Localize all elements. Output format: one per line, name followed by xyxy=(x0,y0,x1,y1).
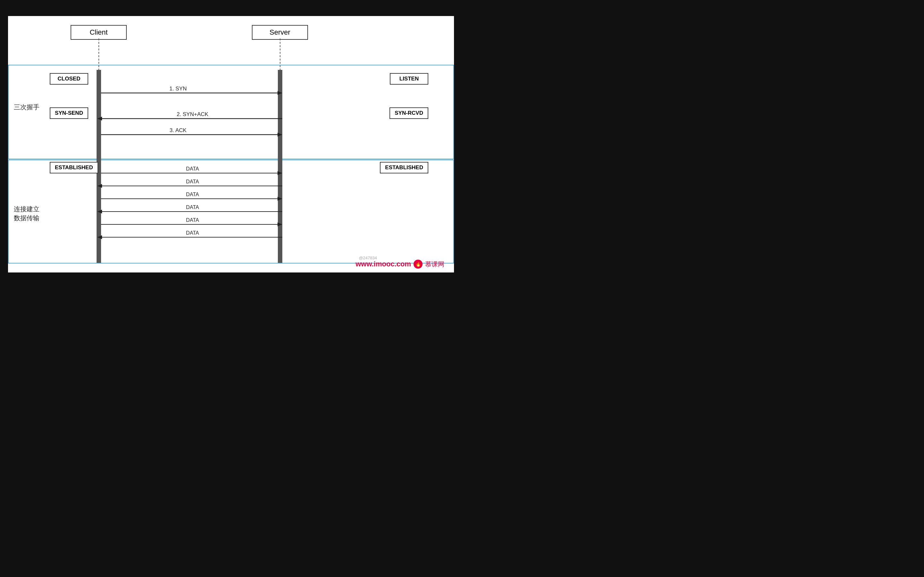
server-syn-rcvd-box: SYN-RCVD xyxy=(389,107,428,119)
client-box: Client xyxy=(71,25,127,40)
diagram-area: Client Server 三次握手 连接建立数据传输 CLOSED SYN-S… xyxy=(8,16,454,272)
data4-label: DATA xyxy=(186,205,199,210)
server-box: Server xyxy=(252,25,308,40)
client-syn-send-box: SYN-SEND xyxy=(50,107,88,119)
data-section-border xyxy=(8,160,454,263)
client-closed-box: CLOSED xyxy=(50,73,88,85)
bottom-bar xyxy=(8,272,454,276)
data-label: 连接建立数据传输 xyxy=(14,195,39,222)
arrows-svg: 1. SYN 2. SYN+ACK 3. ACK DATA DATA DATA xyxy=(8,16,454,272)
imooc-url: www.imooc.com xyxy=(355,260,411,268)
client-lifeline xyxy=(99,39,99,71)
top-bar xyxy=(8,13,454,16)
ack-label: 3. ACK xyxy=(170,127,187,133)
footer-logo: www.imooc.com 🔥 慕课网 xyxy=(355,259,444,269)
server-listen-box: LISTEN xyxy=(390,73,428,85)
data-label-text: 连接建立数据传输 xyxy=(14,205,39,221)
mooc-cn-name: 慕课网 xyxy=(425,260,444,269)
handshake-label: 三次握手 xyxy=(14,103,39,111)
client-label: Client xyxy=(89,28,107,36)
data5-label: DATA xyxy=(186,218,199,223)
server-lifeline xyxy=(280,39,280,71)
syn-ack-label: 2. SYN+ACK xyxy=(177,111,208,117)
data6-label: DATA xyxy=(186,230,199,235)
data2-label: DATA xyxy=(186,179,199,184)
server-activation-bar xyxy=(278,70,282,263)
syn-label: 1. SYN xyxy=(170,85,187,92)
client-established-box: ESTABLISHED xyxy=(50,162,98,173)
slide: Client Server 三次握手 连接建立数据传输 CLOSED SYN-S… xyxy=(8,13,454,276)
data3-label: DATA xyxy=(186,192,199,197)
server-established-box: ESTABLISHED xyxy=(380,162,428,173)
data1-label: DATA xyxy=(186,166,199,171)
server-label: Server xyxy=(270,28,290,36)
mooc-icon: 🔥 xyxy=(414,259,423,269)
